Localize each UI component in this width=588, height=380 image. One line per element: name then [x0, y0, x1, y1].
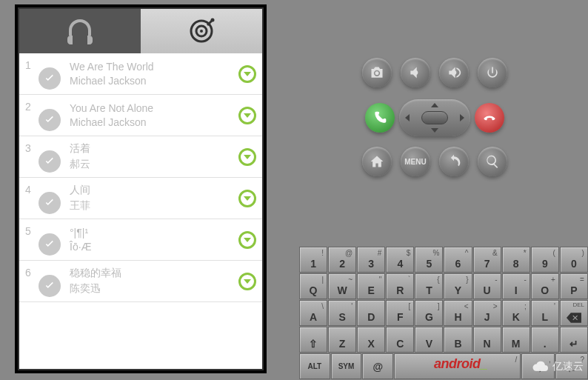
key-u[interactable]: U-: [473, 273, 501, 299]
phone-icon: [372, 110, 387, 125]
tab-music[interactable]: [19, 9, 141, 53]
call-button[interactable]: [365, 103, 395, 133]
back-button[interactable]: [439, 147, 469, 176]
dpad[interactable]: [399, 99, 470, 136]
control-row-3: MENU: [281, 147, 588, 176]
keyboard-row-1: 1!2@3#4$5%6^7&8*9(0): [299, 247, 588, 273]
key-↵[interactable]: ↵: [560, 327, 588, 353]
song-artist: 王菲: [70, 199, 238, 213]
checkmark-icon[interactable]: [39, 233, 61, 256]
power-icon: [485, 65, 500, 80]
expand-button[interactable]: [238, 148, 256, 166]
volume-down-button[interactable]: [401, 58, 430, 87]
key-⇧[interactable]: ⇧: [299, 327, 327, 353]
key-y[interactable]: Y}: [444, 273, 472, 299]
song-item[interactable]: 6 稳稳的幸福 陈奕迅: [19, 261, 262, 302]
song-artist: Michael Jackson: [70, 116, 238, 128]
key-7[interactable]: 7&: [473, 247, 501, 273]
expand-button[interactable]: [238, 190, 256, 207]
key-e[interactable]: E": [357, 273, 385, 299]
key-k[interactable]: K;: [502, 300, 530, 326]
key-o[interactable]: O+: [531, 273, 559, 299]
dpad-up[interactable]: [431, 103, 438, 107]
key-j[interactable]: J>: [473, 300, 501, 326]
checkmark-icon[interactable]: [39, 150, 61, 173]
key-n[interactable]: N: [473, 327, 501, 353]
key-g[interactable]: G]: [415, 300, 443, 326]
key-0[interactable]: 0): [560, 247, 588, 273]
key-h[interactable]: H<: [444, 300, 472, 326]
power-button[interactable]: [478, 58, 507, 87]
key-w[interactable]: W~: [328, 273, 356, 299]
key-9[interactable]: 9(: [531, 247, 559, 273]
key-s[interactable]: S': [328, 300, 356, 326]
menu-button[interactable]: MENU: [401, 147, 430, 176]
song-item[interactable]: 2 You Are Not Alone Michael Jackson: [19, 95, 262, 136]
tab-target[interactable]: [141, 9, 262, 53]
song-number: 3: [25, 141, 39, 154]
key-1[interactable]: 1!: [299, 247, 327, 273]
cloud-icon: [532, 358, 549, 376]
checkmark-icon[interactable]: [39, 192, 61, 214]
key-5[interactable]: 5%: [415, 247, 443, 273]
home-button[interactable]: [362, 147, 392, 176]
key-r[interactable]: R`: [386, 273, 414, 299]
key-q[interactable]: Q|: [299, 273, 327, 299]
dpad-row: [281, 99, 588, 136]
key-z[interactable]: Z: [328, 327, 356, 353]
dpad-right[interactable]: [460, 114, 464, 121]
key-l[interactable]: L': [531, 300, 559, 326]
volume-down-icon: [408, 65, 423, 80]
key-d[interactable]: D: [357, 300, 385, 326]
key-3[interactable]: 3#: [357, 247, 385, 273]
song-item[interactable]: 4 人间 王菲: [19, 178, 262, 219]
song-item[interactable]: 3 活着 郝云: [19, 136, 262, 178]
key-2[interactable]: 2@: [328, 247, 356, 273]
key-8[interactable]: 8*: [502, 247, 530, 273]
key-a[interactable]: A\: [299, 300, 327, 326]
key-b[interactable]: B: [444, 327, 472, 353]
expand-button[interactable]: [238, 273, 256, 290]
expand-button[interactable]: [238, 107, 256, 124]
key-4[interactable]: 4$: [386, 247, 414, 273]
camera-button[interactable]: [362, 58, 392, 87]
key-f[interactable]: F[: [386, 300, 414, 326]
volume-up-button[interactable]: [439, 58, 469, 87]
song-title: We Are The World: [70, 61, 238, 73]
key-x[interactable]: X: [357, 327, 385, 353]
song-info: °|¶|¹ Îō·Æ: [70, 227, 238, 253]
checkmark-icon[interactable]: [39, 275, 61, 297]
key-sym[interactable]: SYM: [331, 353, 362, 379]
volume-up-icon: [447, 65, 461, 80]
key-i[interactable]: I-: [502, 273, 530, 299]
hangup-button[interactable]: [475, 103, 504, 133]
dpad-center[interactable]: [421, 111, 448, 124]
search-button[interactable]: [478, 147, 507, 176]
checkmark-icon[interactable]: [39, 109, 61, 131]
svg-point-4: [211, 19, 215, 22]
key-del[interactable]: DEL: [560, 300, 588, 326]
home-icon: [370, 154, 384, 169]
song-artist: Michael Jackson: [70, 75, 238, 87]
expand-button[interactable]: [238, 231, 256, 249]
key-alt[interactable]: ALT: [299, 353, 330, 379]
song-artist: Îō·Æ: [70, 241, 238, 253]
key-p[interactable]: P=: [560, 273, 588, 299]
song-item[interactable]: 1 We Are The World Michael Jackson: [19, 53, 262, 95]
expand-button[interactable]: [238, 65, 256, 83]
watermark: 亿速云: [532, 358, 584, 376]
song-info: 稳稳的幸福 陈奕迅: [70, 267, 238, 296]
key-at[interactable]: @: [362, 353, 393, 379]
dpad-left[interactable]: [405, 114, 410, 121]
tab-bar: [19, 9, 262, 53]
key-.[interactable]: .: [531, 327, 559, 353]
key-c[interactable]: C: [386, 327, 414, 353]
song-item[interactable]: 5 °|¶|¹ Îō·Æ: [19, 219, 262, 261]
dpad-down[interactable]: [431, 128, 438, 133]
key-t[interactable]: T{: [415, 273, 443, 299]
key-v[interactable]: V: [415, 327, 443, 353]
key-m[interactable]: M: [502, 327, 530, 353]
song-title: You Are Not Alone: [70, 102, 238, 114]
checkmark-icon[interactable]: [39, 67, 61, 90]
key-6[interactable]: 6^: [444, 247, 472, 273]
